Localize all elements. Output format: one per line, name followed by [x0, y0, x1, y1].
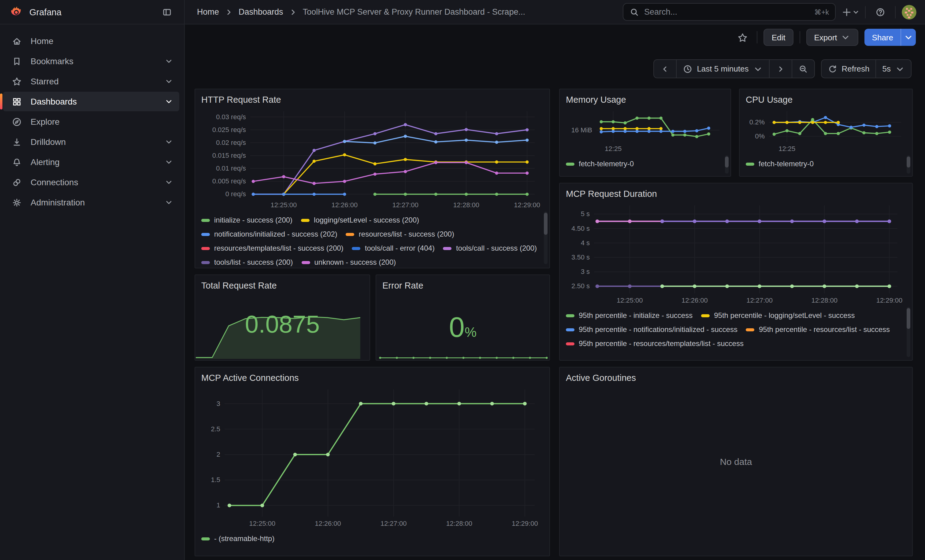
chevron-down-icon[interactable] — [164, 138, 173, 146]
legend-item[interactable]: 95th percentile - logging/setLevel - suc… — [701, 311, 855, 320]
series-label: tools/call - success (200) — [456, 244, 537, 252]
connections-legend: - (streamable-http) — [201, 534, 543, 548]
chevron-down-icon[interactable] — [164, 77, 173, 86]
svg-text:12:26:00: 12:26:00 — [331, 201, 358, 209]
legend-item[interactable]: tools/call - error (404) — [352, 244, 435, 252]
http-request-rate-chart[interactable]: 0 req/s0.005 req/s0.01 req/s0.015 req/s0… — [201, 108, 543, 209]
panel-total-request-rate: Total Request Rate 0.0875 — [194, 275, 370, 361]
legend-scrollbar[interactable] — [907, 307, 910, 357]
chevron-down-icon[interactable] — [164, 97, 173, 106]
panel-title[interactable]: Total Request Rate — [201, 279, 363, 292]
svg-text:12:28:00: 12:28:00 — [811, 297, 838, 304]
legend-scrollbar[interactable] — [907, 155, 910, 174]
legend-item[interactable]: - (streamable-http) — [201, 534, 274, 543]
sidebar-item-connections[interactable]: Connections — [3, 173, 179, 192]
panel-title[interactable]: HTTP Request Rate — [201, 93, 543, 107]
cpu-usage-chart[interactable]: 0.2%0%12:25 — [746, 108, 906, 153]
help-icon[interactable] — [872, 3, 889, 21]
legend-scrollbar[interactable] — [544, 212, 548, 264]
add-new-button[interactable] — [842, 3, 859, 21]
svg-text:2.50 s: 2.50 s — [571, 282, 590, 290]
svg-text:0.025 req/s: 0.025 req/s — [212, 126, 246, 134]
sidebar-item-alerting[interactable]: Alerting — [3, 152, 179, 172]
dashboard-content: Edit Export Share Last 5 minutes — [185, 24, 925, 560]
panel-http-request-rate: HTTP Request Rate 0 req/s0.005 req/s0.01… — [194, 89, 550, 269]
chevron-down-icon[interactable] — [164, 57, 173, 65]
sidebar-item-home[interactable]: Home — [3, 31, 179, 51]
edit-button[interactable]: Edit — [764, 29, 794, 46]
gear-icon — [12, 197, 22, 207]
breadcrumb-home[interactable]: Home — [197, 8, 219, 17]
legend-scrollbar[interactable] — [725, 155, 729, 174]
legend-item[interactable]: resources/templates/list - success (200) — [201, 244, 343, 252]
panel-title[interactable]: Memory Usage — [566, 93, 724, 107]
panel-cpu-usage: CPU Usage 0.2%0%12:25 fetch-telemetry-0 — [739, 89, 913, 177]
mcp-request-duration-chart[interactable]: 5 s4.50 s4 s3.50 s3 s2.50 s12:25:0012:26… — [566, 202, 906, 305]
no-data-message: No data — [560, 456, 912, 467]
legend-item[interactable]: fetch-telemetry-0 — [566, 159, 634, 168]
memory-usage-chart[interactable]: 16 MiB12:25 — [566, 108, 724, 153]
panel-title[interactable]: MCP Active Connections — [201, 371, 543, 384]
series-label: 95th percentile - notifications/initiali… — [579, 325, 738, 334]
chevron-down-icon[interactable] — [164, 178, 173, 186]
mcp-active-connections-chart[interactable]: 32.521.5112:25:0012:26:0012:27:0012:28:0… — [201, 386, 543, 528]
time-range-picker[interactable]: Last 5 minutes — [676, 60, 769, 78]
svg-text:0%: 0% — [755, 132, 765, 140]
sidebar-item-label: Dashboards — [30, 97, 156, 107]
legend-item[interactable]: 95th percentile - notifications/initiali… — [566, 325, 738, 334]
panel-title[interactable]: MCP Request Duration — [566, 187, 906, 201]
panel-title[interactable]: Error Rate — [383, 279, 543, 292]
series-color-pill — [201, 233, 210, 236]
legend-item[interactable]: 95th percentile - initialize - success — [566, 311, 693, 320]
svg-text:5 s: 5 s — [581, 210, 590, 218]
refresh-interval-picker[interactable]: 5s — [876, 60, 911, 78]
chevron-down-icon — [753, 64, 762, 74]
zoom-out-button[interactable] — [791, 60, 814, 78]
search-input[interactable]: Search... ⌘+k — [623, 3, 836, 21]
panel-mcp-request-duration: MCP Request Duration 5 s4.50 s4 s3.50 s3… — [559, 183, 913, 361]
sidebar-item-label: Connections — [30, 177, 156, 187]
panel-title[interactable]: CPU Usage — [746, 93, 906, 107]
series-color-pill — [566, 328, 574, 331]
favorite-star-icon[interactable] — [734, 29, 751, 46]
chevron-down-icon[interactable] — [164, 158, 173, 166]
error-rate-sparkline[interactable] — [377, 350, 550, 359]
breadcrumb-dashboards[interactable]: Dashboards — [239, 8, 283, 17]
sidebar-item-dashboards[interactable]: Dashboards — [3, 92, 179, 111]
legend-item[interactable]: resources/list - success (200) — [346, 230, 454, 239]
share-options-chevron[interactable] — [901, 29, 916, 46]
series-label: 95th percentile - logging/setLevel - suc… — [714, 311, 855, 320]
sidebar-item-explore[interactable]: Explore — [3, 112, 179, 131]
drilldown-icon — [12, 137, 22, 147]
time-shift-back-button[interactable] — [654, 60, 676, 78]
user-avatar[interactable] — [902, 5, 916, 19]
legend-item[interactable]: unknown - success (200) — [301, 258, 396, 267]
angle-left-icon — [660, 64, 670, 74]
sidebar-item-bookmarks[interactable]: Bookmarks — [3, 51, 179, 71]
legend-item[interactable]: tools/call - success (200) — [443, 244, 537, 252]
legend-item[interactable]: notifications/initialized - success (202… — [201, 230, 337, 239]
sidebar-item-administration[interactable]: Administration — [3, 192, 179, 212]
time-shift-forward-button[interactable] — [769, 60, 791, 78]
legend-item[interactable]: logging/setLevel - success (200) — [301, 216, 419, 224]
export-button[interactable]: Export — [806, 29, 858, 46]
legend-item[interactable]: fetch-telemetry-0 — [746, 159, 814, 168]
chevron-down-icon[interactable] — [164, 198, 173, 207]
series-color-pill — [701, 314, 710, 317]
series-label: tools/list - success (200) — [214, 258, 293, 267]
refresh-button[interactable]: Refresh — [821, 60, 875, 78]
series-label: 95th percentile - initialize - success — [579, 311, 693, 320]
share-button[interactable]: Share — [865, 29, 901, 46]
svg-text:12:28:00: 12:28:00 — [446, 519, 472, 527]
sidebar-item-drilldown[interactable]: Drilldown — [3, 132, 179, 152]
svg-text:12:27:00: 12:27:00 — [381, 519, 407, 527]
sidebar-item-starred[interactable]: Starred — [3, 72, 179, 91]
error-rate-value: 0 — [449, 311, 465, 343]
legend-item[interactable]: 95th percentile - resources/templates/li… — [566, 339, 744, 348]
legend-item[interactable]: 95th percentile - resources/list - succe… — [746, 325, 890, 334]
dock-sidebar-icon[interactable] — [158, 3, 176, 21]
grafana-logo[interactable] — [10, 5, 23, 19]
panel-title[interactable]: Active Goroutines — [566, 371, 906, 384]
legend-item[interactable]: tools/list - success (200) — [201, 258, 293, 267]
legend-item[interactable]: initialize - success (200) — [201, 216, 292, 224]
